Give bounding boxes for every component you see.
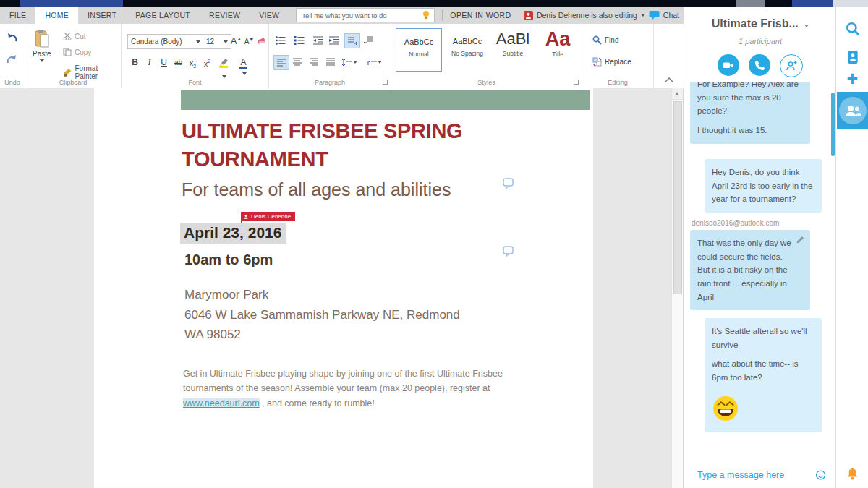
paragraph-spacing-button[interactable] [365,55,383,69]
tab-page-layout[interactable]: PAGE LAYOUT [126,7,200,24]
bullets-button[interactable] [273,33,288,47]
rtl-text-direction-button[interactable] [362,33,376,47]
tab-file[interactable]: FILE [0,7,35,24]
align-right-button[interactable] [307,55,321,69]
chat-message[interactable]: Hey Denis, do you think April 23rd is to… [705,159,822,213]
notification-bell-button[interactable] [836,467,868,481]
style-subtitle[interactable]: AaBl Subtitle [493,28,533,70]
app-window: FILE HOME INSERT PAGE LAYOUT REVIEW VIEW… [0,0,868,488]
numbering-button[interactable] [292,33,307,47]
paste-menu-arrow[interactable] [40,59,44,62]
bold-button[interactable]: B [129,57,141,67]
highlight-color-button[interactable] [217,57,229,80]
document-subtitle[interactable]: For teams of all ages and abilities [182,179,451,200]
chat-message[interactable]: That was the only day we could secure th… [690,230,810,310]
increase-indent-button[interactable] [327,33,341,47]
font-family-select[interactable]: Candara (Body) [127,34,204,49]
document-page[interactable]: ULTIMATE FRISBEE SPRING TOURNAMENT For t… [94,88,593,488]
grow-font-button[interactable]: A▲ [230,35,242,46]
subscript-button[interactable]: x2 [187,59,199,69]
search-button[interactable] [836,21,868,37]
chevron-down-icon[interactable] [641,14,645,17]
edit-pencil-icon[interactable] [796,236,804,244]
chat-toggle-label[interactable]: Chat [663,11,679,20]
browser-tab[interactable] [736,0,765,7]
comment-icon[interactable] [503,178,514,189]
browser-tab[interactable] [20,0,123,7]
cut-button[interactable]: Cut [63,32,86,40]
collapse-ribbon-icon[interactable] [665,77,673,82]
chat-message-input[interactable] [696,469,815,481]
notification-bell-icon [846,467,859,481]
tab-review[interactable]: REVIEW [200,7,250,24]
align-center-button[interactable] [290,55,305,69]
document-time[interactable]: 10am to 6pm [184,252,273,268]
justify-button[interactable] [323,55,338,69]
open-in-word-button[interactable]: OPEN IN WORD [450,11,511,20]
paragraph-dialog-launcher[interactable] [383,80,388,85]
tell-me-box[interactable] [296,8,435,22]
replace-button[interactable]: Replace [592,57,631,67]
message-list[interactable]: For Example? Hey Alex are you sure the m… [684,82,836,463]
superscript-button[interactable]: x2 [201,59,213,68]
strikethrough-button[interactable]: ab [172,59,184,67]
align-left-button[interactable] [273,55,289,70]
chat-title[interactable]: Ultimate Frisb... [684,17,836,30]
ltr-text-direction-button[interactable] [344,33,360,48]
ribbon-group-font: Candara (Body) 12 A▲ A▼ B I U a [122,24,269,88]
lightbulb-icon [422,10,430,20]
format-painter-button[interactable]: Format Painter [63,64,121,80]
chat-input-row[interactable] [684,462,836,488]
line-spacing-button[interactable] [340,55,359,69]
numbered-list-icon [294,36,305,45]
font-size-select[interactable]: 12 [203,34,231,49]
chat-scrollbar-thumb[interactable] [831,93,835,156]
find-button[interactable]: Find [592,35,618,45]
tab-home[interactable]: HOME [35,7,78,24]
styles-dialog-launcher[interactable] [574,80,579,85]
tab-view[interactable]: VIEW [250,7,289,24]
tell-me-input[interactable] [300,11,422,20]
document-canvas[interactable]: ULTIMATE FRISBEE SPRING TOURNAMENT For t… [0,88,684,488]
style-normal[interactable]: AaBbCc Normal [396,28,442,72]
add-button[interactable]: + [836,72,868,86]
style-no-spacing[interactable]: AaBbCc No Spacing [446,28,488,70]
scrollbar-thumb[interactable] [673,101,682,294]
coauthor-status[interactable]: Denis Dehenne is also editing [537,11,637,20]
flag-person-icon [243,214,249,220]
decrease-indent-button[interactable] [311,33,326,47]
chevron-down-icon [224,40,228,43]
copy-button[interactable]: Copy [63,48,91,56]
document-address[interactable]: Marymoor Park 6046 W Lake Sammamish Park… [184,285,460,345]
browser-tab[interactable] [792,0,833,7]
redo-button[interactable] [6,54,18,65]
chat-bubble-icon[interactable] [649,10,660,20]
document-link[interactable]: www.needaurl.com [183,398,260,408]
style-title[interactable]: Aa Title [537,28,578,70]
add-participant-button[interactable] [780,54,803,77]
chat-message[interactable]: It's Seattle afterall so we'll survive w… [705,318,822,432]
shrink-font-button[interactable]: A▼ [243,37,255,46]
underline-button[interactable]: U [158,57,170,67]
emoticon-icon[interactable] [815,468,826,482]
font-color-button[interactable]: A [237,57,250,77]
active-conversation-tab[interactable] [837,92,868,129]
chevron-down-icon[interactable] [804,25,809,27]
document-scrollbar[interactable] [671,88,684,488]
browser-tab [833,0,868,7]
tab-insert[interactable]: INSERT [78,7,126,24]
voice-call-button[interactable] [749,54,770,76]
contacts-button[interactable] [836,50,868,64]
coauthor-presence-flag[interactable]: Denis Dehenne [241,212,295,221]
document-date[interactable]: April 23, 2016 [180,223,286,244]
video-call-button[interactable] [718,54,739,76]
scroll-up-arrow[interactable] [672,88,683,100]
undo-button[interactable] [6,33,18,43]
comment-icon[interactable] [503,246,514,257]
italic-button[interactable]: I [143,57,156,68]
paste-button[interactable]: Paste [33,30,51,62]
document-paragraph[interactable]: Get in Ultimate Frisbee playing shape by… [183,367,506,411]
chat-message[interactable]: For Example? Hey Alex are you sure the m… [690,82,810,144]
document-title[interactable]: ULTIMATE FRISBEE SPRING TOURNAMENT [182,117,485,174]
clear-formatting-button[interactable] [255,35,268,47]
